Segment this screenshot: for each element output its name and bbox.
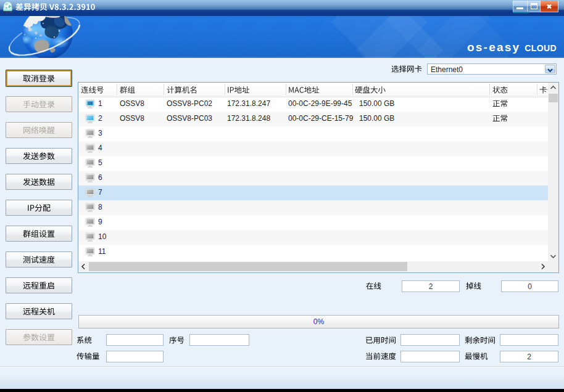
svg-text:09: 09 [88,101,93,105]
